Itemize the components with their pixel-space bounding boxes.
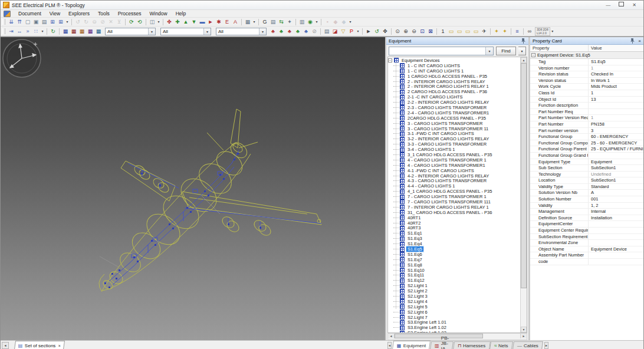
undo-icon[interactable]: ↺	[74, 18, 82, 25]
property-row[interactable]: Solution Version NbA	[530, 190, 643, 196]
tree-item[interactable]: 4_1 CARGO HDLG ACCESS PANEL - P35	[388, 189, 520, 194]
tree-item[interactable]: S2.Light 4	[388, 299, 520, 304]
net-star-icon[interactable]: ✱	[215, 18, 223, 25]
tree-item[interactable]: 40RT3	[388, 226, 520, 231]
reload-icon[interactable]: ↻	[50, 28, 57, 35]
tree-item[interactable]: S2.Light 5	[388, 304, 520, 310]
tab-scroll-left-icon[interactable]: ◄	[2, 342, 9, 349]
connector-icon[interactable]: ▬	[199, 18, 206, 25]
route-star-icon[interactable]: ✤	[166, 18, 173, 25]
swap-icon[interactable]: ⇆	[278, 18, 285, 25]
print-icon[interactable]: ▤	[270, 18, 277, 25]
tree-item[interactable]: S1.Eq11	[388, 273, 520, 278]
grid-add-alt-icon[interactable]: ⊞	[57, 18, 65, 25]
property-row[interactable]: Equipment TypeEquipment	[530, 159, 643, 166]
property-row[interactable]: Work CycleMids Product	[530, 84, 643, 90]
tree-item[interactable]: 4 - CARGO LIGHTS TRANSFORMER1	[388, 163, 520, 168]
property-row[interactable]: Version statusIn Work 1	[530, 78, 643, 84]
close-panel-icon[interactable]: ×	[638, 38, 641, 44]
menu-document[interactable]: Document	[14, 10, 45, 17]
pattern-dropdown-icon[interactable]: ▾	[41, 28, 45, 35]
property-row[interactable]: Solution Number001	[530, 196, 643, 203]
filter-icon[interactable]: ▽	[340, 28, 347, 35]
club-blue-icon[interactable]: ♣	[303, 28, 310, 35]
property-row[interactable]: Part NumberPN158	[530, 121, 643, 128]
publish-dropdown-icon[interactable]: ▾	[315, 18, 319, 25]
tree-horizontal-scrollbar[interactable]: ◄ ►	[387, 333, 527, 340]
tree-item[interactable]: S3.Engine Left 1.01	[388, 320, 520, 325]
sync-refresh-icon[interactable]: ⟲	[136, 18, 144, 25]
property-row[interactable]: TechnologyUndefined	[530, 172, 643, 178]
property-row[interactable]: Assembly Part Number	[530, 252, 643, 259]
tab-nets[interactable]: ≈Nets	[489, 341, 513, 349]
club-green1-icon[interactable]: ♣	[278, 28, 285, 35]
club-green2-icon[interactable]: ♣	[294, 28, 302, 35]
scroll-up-icon[interactable]: ▲	[521, 57, 527, 63]
tree-item[interactable]: 2-3 - CARGO LIGHTS TRANSFORMER	[388, 105, 520, 110]
menu-help[interactable]: Help	[172, 10, 190, 17]
property-row[interactable]: EquipmentCenter	[530, 221, 643, 228]
property-row[interactable]: Part Number Req	[530, 109, 643, 116]
tree-item[interactable]: 4-3 - CARGO LIGHTS TRANSFORMER	[388, 178, 520, 183]
label-e-icon[interactable]: E	[224, 18, 231, 25]
copy-sheet-icon[interactable]: ▢	[24, 18, 32, 25]
grid-add-icon[interactable]: ⊞	[49, 18, 57, 25]
key-yellow1-icon[interactable]: ✦	[493, 28, 501, 35]
scroll-down-icon[interactable]: ▼	[521, 327, 527, 332]
tree-item[interactable]: 4-4 - CARGO LIGHTS 1	[388, 183, 520, 189]
tree-item[interactable]: S1.Eq4	[388, 241, 520, 246]
device-down-icon[interactable]: ▼	[190, 18, 198, 25]
property-row[interactable]: Part number version3	[530, 128, 643, 134]
image-dropdown-icon[interactable]: ▾	[252, 18, 257, 25]
key-yellow2-icon[interactable]: ✦	[501, 28, 509, 35]
list-box-icon[interactable]: ≡	[514, 28, 521, 35]
close-tab-icon[interactable]: ×	[58, 344, 61, 348]
tree-item[interactable]: S1.Eq3	[388, 236, 520, 241]
chevron-down-icon[interactable]: ▾	[148, 28, 155, 35]
pin-icon[interactable]	[521, 38, 526, 44]
property-row[interactable]: Class Id1	[530, 90, 643, 97]
route-run-icon[interactable]: ►	[207, 18, 215, 25]
image-frame-icon[interactable]: ▦	[244, 18, 252, 25]
tree-item[interactable]: 4-1 -FWD C INT CARGO LIGHTS	[388, 168, 520, 173]
property-row[interactable]: Sub SectionSubSection1	[530, 165, 643, 172]
review-dropdown-icon[interactable]: ▾	[349, 18, 353, 25]
matrix-teal-icon[interactable]: ▦	[95, 28, 103, 35]
matrix-orange-icon[interactable]: ▦	[78, 28, 86, 35]
matrix-purple-icon[interactable]: ▦	[87, 28, 94, 35]
merge-icon[interactable]: ⊻	[116, 18, 123, 25]
new-sheet-icon[interactable]: ▤	[41, 18, 48, 25]
toolbar-grip-2[interactable]	[2, 28, 5, 34]
stamp-icon[interactable]: ◆	[332, 18, 340, 25]
export-model-icon[interactable]: ⇈	[16, 18, 24, 25]
tree-item[interactable]: 40RT1	[388, 215, 520, 220]
stretch-icon[interactable]: ↔	[16, 28, 24, 35]
one-marker-icon[interactable]: 1	[439, 28, 447, 35]
tree-item[interactable]: S2.Light 6	[388, 310, 520, 315]
scrollbar-thumb-horizontal[interactable]	[395, 334, 483, 338]
box-open3-icon[interactable]: ▭	[464, 28, 472, 35]
tree-item[interactable]: S1.Eq5	[388, 246, 520, 252]
tree-item[interactable]: 3_1 CARGO HDLG ACCESS PANEL - P35	[388, 152, 520, 157]
property-row[interactable]: Functional Group Grand Par...	[530, 153, 643, 159]
display-mode-button[interactable]: 3D8 2D8 L14 2.0	[535, 27, 550, 36]
locate-icon[interactable]: ◪	[331, 28, 339, 35]
tree-item[interactable]: S1.Eq6	[388, 252, 520, 257]
view-mode-icon[interactable]: ◫	[149, 18, 156, 25]
flag-icon[interactable]: ◆	[340, 18, 348, 25]
property-row[interactable]: Functional Group60 - EMERGENCY	[530, 134, 643, 140]
tree-item[interactable]: 7 - CARGO LIGHTS TRANSFORMER 1	[388, 194, 520, 199]
report-doc-icon[interactable]: ▤	[323, 28, 331, 35]
tree-item[interactable]: 1 - C INT CARGO LIGHTS 1	[388, 68, 520, 74]
tab-pb-jb-ia-ga[interactable]: ▥PB-JB-IA-GA	[430, 341, 454, 349]
chevron-down-icon[interactable]: ▾	[485, 47, 493, 55]
tree-item[interactable]: S2.Light 3	[388, 294, 520, 299]
tab-set-of-sections[interactable]: ▤ Set of sections ×	[14, 341, 65, 349]
tree-item[interactable]: S1.Eq12	[388, 278, 520, 283]
matrix-blue-icon[interactable]: ▦	[62, 28, 70, 35]
explorer-tabs-scroll-right-icon[interactable]: ►	[544, 342, 548, 349]
no-filter-icon[interactable]: ⊘	[311, 28, 318, 35]
tree-item[interactable]: S2.Light 7	[388, 315, 520, 320]
label-a-icon[interactable]: A	[232, 18, 239, 25]
property-row[interactable]: Functional Group Composition25 - 60 - EM…	[530, 140, 643, 147]
